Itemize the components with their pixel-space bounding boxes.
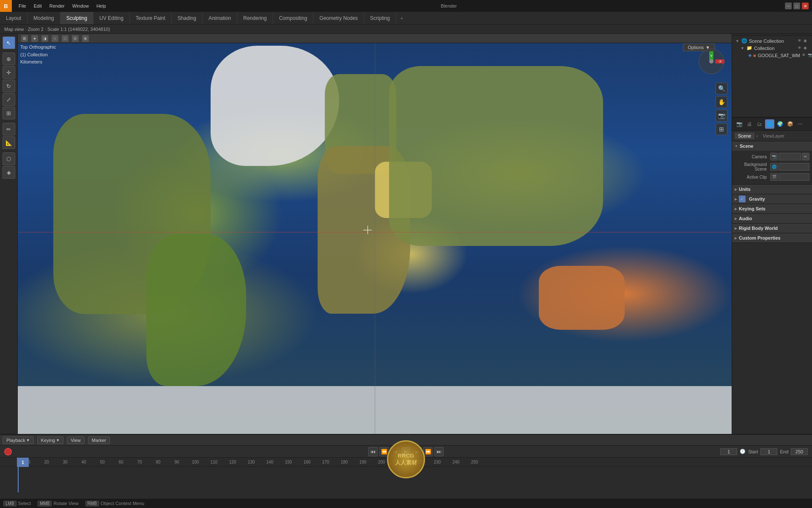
prop-camera-edit-btn[interactable]: ✏	[802, 153, 809, 160]
tab-layout[interactable]: Layout	[0, 12, 27, 24]
hand-tool-button[interactable]: ✋	[716, 96, 727, 108]
props-tab-render[interactable]: 📷	[735, 119, 744, 129]
viewport-shading-material[interactable]: ◑	[41, 35, 48, 42]
camera-view-button[interactable]: 📷	[716, 110, 727, 121]
collection-eye-icon[interactable]: 👁	[798, 46, 803, 51]
tool-select[interactable]: ↖	[3, 36, 15, 49]
title-right: ─ □ ✕	[785, 3, 812, 9]
viewport-type-icon[interactable]: ⊞	[21, 35, 28, 42]
minimize-button[interactable]: ─	[785, 3, 792, 9]
scene-collection-select-icon[interactable]: ◉	[804, 39, 809, 44]
record-button[interactable]	[4, 448, 12, 456]
prop-camera-value: 📷 ✏	[770, 153, 809, 160]
collection-select-icon[interactable]: ◉	[804, 46, 809, 51]
tool-cursor[interactable]: ⊕	[3, 52, 15, 65]
tool-misc[interactable]: ◈	[3, 166, 15, 179]
menu-window[interactable]: Window	[69, 3, 92, 9]
tab-shading[interactable]: Shading	[172, 12, 203, 24]
menu-edit[interactable]: Edit	[30, 3, 45, 9]
prop-active-clip-input[interactable]	[779, 173, 809, 181]
tool-rotate[interactable]: ↻	[3, 80, 15, 92]
props-tab-object[interactable]: 📦	[785, 119, 795, 129]
timeline-playback-btn[interactable]: Playback ▼	[3, 436, 34, 444]
item-right-icons: 👁 📷 ◉	[802, 53, 812, 58]
tool-annotate[interactable]: ✏	[3, 123, 15, 135]
tool-measure[interactable]: 📐	[3, 136, 15, 149]
prop-camera-input[interactable]	[779, 153, 801, 160]
prop-active-clip-label: Active Clip	[735, 175, 768, 179]
prop-active-clip-icon: 🎬	[770, 173, 778, 181]
outliner-collection[interactable]: ▼ 📁 Collection 👁 ◉	[734, 44, 810, 52]
props-tab-scene[interactable]: 🌐	[765, 119, 774, 129]
current-frame-block: 1	[17, 458, 29, 467]
viewport-shading-solid[interactable]: ●	[31, 35, 38, 42]
tab-geometry-nodes[interactable]: Geometry Nodes	[313, 12, 364, 24]
playback-label: Playback	[6, 438, 25, 443]
timeline-end-frame[interactable]	[791, 448, 808, 455]
tab-modeling[interactable]: Modeling	[27, 12, 60, 24]
props-tab-view-layer[interactable]: 🗂	[755, 119, 764, 129]
section-scene-header[interactable]: ▼ Scene	[732, 141, 812, 151]
jump-to-start-button[interactable]: ⏮	[368, 447, 378, 456]
gravity-checkbox[interactable]: ✓	[739, 196, 746, 202]
tab-texture-paint[interactable]: Texture Paint	[130, 12, 172, 24]
timeline-keying-btn[interactable]: Keying ▼	[37, 436, 64, 444]
menu-render[interactable]: Render	[46, 3, 68, 9]
viewport-gizmo[interactable]: ⊕	[82, 35, 89, 42]
tab-compositing[interactable]: Compositing	[273, 12, 314, 24]
frame-num-110: 110	[205, 460, 223, 464]
tab-rendering[interactable]: Rendering	[237, 12, 273, 24]
props-viewlayer-tab[interactable]: ViewLayer	[760, 133, 788, 139]
tab-scripting[interactable]: Scripting	[364, 12, 396, 24]
jump-to-end-button[interactable]: ⏭	[434, 447, 444, 456]
props-tab-world[interactable]: 🌍	[775, 119, 785, 129]
section-custom-properties-header[interactable]: ▶ Custom Properties	[732, 233, 812, 243]
tool-scale[interactable]: ⤢	[3, 93, 15, 106]
scene-collection-eye-icon[interactable]: 👁	[798, 39, 803, 44]
outliner-scene-collection[interactable]: ▼ 🌐 Scene Collection 👁 ◉	[734, 37, 810, 44]
timeline-marker-btn[interactable]: Marker	[88, 436, 110, 444]
tool-move[interactable]: ✛	[3, 66, 15, 79]
section-rigid-body-world-header[interactable]: ▶ Rigid Body World	[732, 224, 812, 233]
menu-help[interactable]: Help	[93, 3, 110, 9]
viewport-shading-rendered[interactable]: ○	[52, 35, 58, 42]
mmb-key: MMB	[38, 501, 52, 506]
item-cam-icon[interactable]: 📷	[808, 53, 812, 58]
props-scene-tab[interactable]: Scene	[735, 133, 754, 139]
tool-transform[interactable]: ⊞	[3, 107, 15, 119]
section-audio-header[interactable]: ▶ Audio	[732, 214, 812, 223]
props-tab-output[interactable]: 🖨	[745, 119, 754, 129]
menu-file[interactable]: File	[15, 3, 30, 9]
timeline-view-btn[interactable]: View	[67, 436, 85, 444]
viewport-shading-wire[interactable]: □	[62, 35, 69, 42]
prop-camera-label: Camera	[735, 155, 768, 159]
frame-num-170: 170	[316, 460, 335, 464]
viewport[interactable]	[18, 34, 732, 434]
item-eye-icon[interactable]: 👁	[802, 53, 807, 58]
tab-uv-editing[interactable]: UV Editing	[93, 12, 130, 24]
section-keying-sets-header[interactable]: ▶ Keying Sets	[732, 204, 812, 213]
viewport-overlay[interactable]: ⊙	[72, 35, 79, 42]
timeline-current-frame[interactable]	[720, 448, 737, 455]
prop-bg-scene-input[interactable]	[779, 163, 809, 171]
tab-animation[interactable]: Animation	[203, 12, 237, 24]
gizmo-x-axis[interactable]: -X	[715, 59, 724, 64]
navigation-gizmo[interactable]: Y -X	[699, 49, 724, 74]
section-units-header[interactable]: ▶ Units	[732, 185, 812, 194]
section-gravity-header[interactable]: ▶ ✓ Gravity	[732, 194, 812, 204]
tl-clock-icon: 🕐	[740, 449, 746, 454]
frame-num-50: 50	[93, 460, 112, 464]
status-select: LMB Select	[3, 501, 31, 506]
close-button[interactable]: ✕	[802, 3, 809, 9]
gizmo-center	[709, 59, 713, 64]
tool-add[interactable]: ⬡	[3, 152, 15, 165]
tab-sculpting[interactable]: Sculpting	[60, 12, 93, 24]
outliner-item-google-sat[interactable]: ◈ ■ GOOGLE_SAT_WM 👁 📷 ◉	[734, 52, 810, 59]
grid-view-button[interactable]: ⊞	[716, 123, 727, 135]
add-workspace-button[interactable]: +	[396, 14, 407, 23]
timeline-start-frame[interactable]	[760, 448, 777, 455]
frame-num-40: 40	[74, 460, 93, 464]
props-tab-particles[interactable]: ⋯	[796, 119, 805, 129]
maximize-button[interactable]: □	[793, 3, 800, 9]
zoom-in-button[interactable]: 🔍	[716, 83, 727, 94]
